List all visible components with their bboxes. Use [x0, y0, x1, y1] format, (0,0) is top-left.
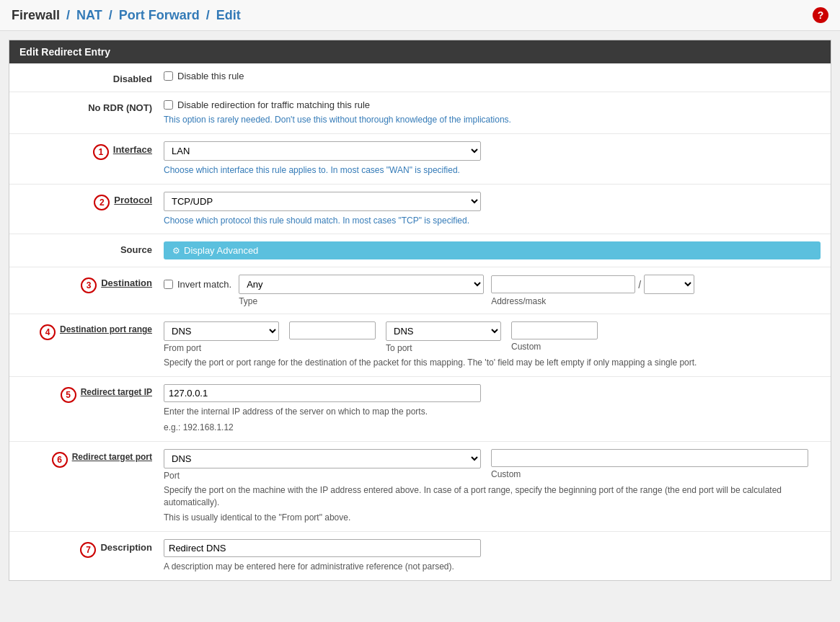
row-interface: 1 Interface LAN WAN LAN2 Choose which in…: [9, 134, 831, 185]
redirect-port-help1: Specify the port on the machine with the…: [164, 484, 821, 509]
disabled-checkbox[interactable]: [164, 71, 173, 81]
step-4-badge: 4: [40, 324, 56, 340]
invert-label[interactable]: Invert match.: [164, 279, 231, 290]
label-destination: 3 Destination: [19, 275, 164, 293]
description-help: A description may be entered here for ad…: [164, 561, 821, 573]
interface-select[interactable]: LAN WAN LAN2: [164, 141, 481, 161]
interface-help: Choose which interface this rule applies…: [164, 164, 821, 177]
protocol-help: Choose which protocol this rule should m…: [164, 215, 821, 227]
destination-controls: Invert match. Any Single host or alias N…: [164, 275, 821, 306]
invert-text: Invert match.: [177, 279, 231, 290]
from-port-custom-input[interactable]: [289, 321, 376, 339]
row-redirect-ip: 5 Redirect target IP Enter the internal …: [9, 377, 831, 442]
field-nordr: Disable redirection for traffic matching…: [164, 99, 821, 126]
label-nordr: No RDR (NOT): [19, 99, 164, 113]
row-destination: 3 Destination Invert match. Any Single h…: [9, 267, 831, 314]
advanced-btn-label: Display Advanced: [184, 245, 258, 256]
label-redirect-port: 6 Redirect target port: [19, 449, 164, 468]
destination-address-input[interactable]: [491, 275, 635, 293]
label-disabled: Disabled: [19, 71, 164, 84]
to-custom-label: Custom: [511, 342, 598, 352]
redirect-ip-help2: e.g.: 192.168.1.12: [164, 422, 821, 434]
to-custom-col: Custom: [511, 321, 598, 352]
from-custom-col: [289, 321, 376, 342]
redirect-port-custom-input[interactable]: [491, 449, 808, 467]
to-port-col: DNS HTTP HTTPS Custom To port: [386, 321, 501, 353]
from-port-col: DNS HTTP HTTPS Custom From port: [164, 321, 279, 353]
redirect-port-select[interactable]: DNS HTTP HTTPS Custom: [164, 449, 481, 468]
label-disabled-text: Disabled: [113, 74, 152, 84]
display-advanced-button[interactable]: Display Advanced: [164, 241, 821, 259]
row-redirect-port: 6 Redirect target port DNS HTTP HTTPS Cu…: [9, 442, 831, 532]
step-3-badge: 3: [81, 277, 97, 293]
step-5-badge: 5: [61, 387, 76, 403]
addr-mask-row: / 8 16 24 32: [491, 275, 694, 294]
to-port-select[interactable]: DNS HTTP HTTPS Custom: [386, 321, 501, 341]
panel-title: Edit Redirect Entry: [19, 46, 110, 58]
redirect-port-label: Port: [164, 471, 481, 481]
redirect-ip-input[interactable]: [164, 384, 481, 402]
redirect-ip-help1: Enter the internal IP address of the ser…: [164, 406, 821, 418]
description-input[interactable]: [164, 539, 481, 557]
breadcrumb-part1: Firewall: [12, 8, 60, 22]
label-redirect-ip: 5 Redirect target IP: [19, 384, 164, 403]
label-source-text: Source: [120, 244, 152, 255]
step-7-badge: 7: [80, 542, 96, 558]
destination-link[interactable]: Destination: [101, 277, 152, 288]
breadcrumb-sep1: /: [66, 8, 70, 22]
dest-addr-col: / 8 16 24 32 Address/mask: [491, 275, 694, 306]
row-dest-port: 4 Destination port range DNS HTTP HTTPS …: [9, 314, 831, 377]
nordr-check-label[interactable]: Disable redirection for traffic matching…: [164, 99, 821, 110]
dest-type-col: Any Single host or alias Network LAN sub…: [239, 275, 484, 306]
dest-port-help: Specify the port or port range for the d…: [164, 357, 821, 369]
to-port-custom-input[interactable]: [511, 321, 598, 339]
redirect-port-help2: This is usually identical to the "From p…: [164, 512, 821, 524]
help-icon[interactable]: ?: [813, 7, 828, 23]
dest-addr-label: Address/mask: [491, 296, 694, 306]
label-nordr-text: No RDR (NOT): [88, 102, 152, 113]
breadcrumb-nat[interactable]: NAT: [76, 8, 102, 22]
nordr-checkbox[interactable]: [164, 100, 173, 110]
destination-type-select[interactable]: Any Single host or alias Network LAN sub…: [239, 275, 484, 294]
breadcrumb-sep3: /: [206, 8, 210, 22]
redirect-port-controls: DNS HTTP HTTPS Custom Port Custom: [164, 449, 821, 481]
breadcrumb-edit[interactable]: Edit: [216, 8, 241, 22]
top-bar: Firewall / NAT / Port Forward / Edit ?: [0, 0, 840, 31]
port-custom-col: Custom: [491, 449, 808, 481]
field-destination: Invert match. Any Single host or alias N…: [164, 275, 821, 306]
panel-header: Edit Redirect Entry: [9, 40, 831, 63]
disabled-check-text: Disable this rule: [177, 71, 244, 81]
invert-check-wrapper: Invert match.: [164, 275, 231, 290]
field-protocol: TCP/UDP TCP UDP ICMP Any Choose which pr…: [164, 192, 821, 227]
row-nordr: No RDR (NOT) Disable redirection for tra…: [9, 92, 831, 134]
field-disabled: Disable this rule: [164, 71, 821, 81]
label-source: Source: [19, 241, 164, 255]
row-description: 7 Description A description may be enter…: [9, 532, 831, 580]
interface-link[interactable]: Interface: [113, 144, 152, 155]
disabled-check-label[interactable]: Disable this rule: [164, 71, 821, 81]
redirect-port-custom-label: Custom: [491, 469, 808, 479]
breadcrumb-sep2: /: [109, 8, 112, 22]
step-6-badge: 6: [52, 452, 68, 468]
gear-icon: [172, 245, 180, 256]
protocol-select[interactable]: TCP/UDP TCP UDP ICMP Any: [164, 192, 481, 211]
redirect-port-link[interactable]: Redirect target port: [72, 452, 152, 462]
dest-port-link[interactable]: Destination port range: [60, 324, 152, 334]
field-description: A description may be entered here for ad…: [164, 539, 821, 573]
label-dest-port: 4 Destination port range: [19, 321, 164, 340]
breadcrumb-portforward[interactable]: Port Forward: [119, 8, 200, 22]
row-disabled: Disabled Disable this rule: [9, 63, 831, 92]
label-interface: 1 Interface: [19, 141, 164, 160]
field-redirect-ip: Enter the internal IP address of the ser…: [164, 384, 821, 434]
row-source: Source Display Advanced: [9, 234, 831, 267]
invert-checkbox[interactable]: [164, 280, 173, 289]
step-1-badge: 1: [93, 144, 109, 160]
protocol-link[interactable]: Protocol: [114, 195, 152, 205]
step-2-badge: 2: [94, 195, 110, 210]
edit-panel: Edit Redirect Entry Disabled Disable thi…: [9, 40, 831, 581]
nordr-check-text: Disable redirection for traffic matching…: [177, 99, 370, 110]
from-port-select[interactable]: DNS HTTP HTTPS Custom: [164, 321, 279, 341]
row-protocol: 2 Protocol TCP/UDP TCP UDP ICMP Any Choo…: [9, 185, 831, 235]
destination-mask-select[interactable]: 8 16 24 32: [644, 275, 694, 294]
redirect-ip-link[interactable]: Redirect target IP: [81, 387, 152, 397]
